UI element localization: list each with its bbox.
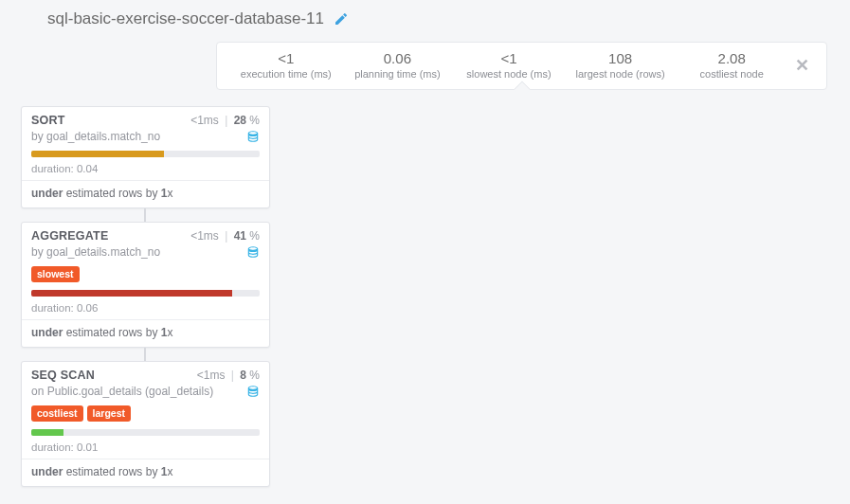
est-suffix: x: [167, 187, 172, 200]
tree-connector: [144, 208, 146, 222]
node-timing: <1ms | 8 %: [197, 369, 260, 382]
node-tags: costliest largest: [22, 404, 269, 427]
tag-costliest: costliest: [31, 405, 83, 422]
duration-value: 0.01: [77, 441, 98, 453]
node-detail: by goal_details.match_no: [22, 129, 269, 149]
duration-row: duration: 0.04: [22, 161, 269, 181]
stat-label: costliest node: [676, 68, 787, 80]
node-percent: 41: [234, 229, 246, 243]
stat-slowest-node: <1 slowest node (ms): [453, 50, 565, 80]
node-percent: 28: [234, 114, 246, 127]
tag-slowest: slowest: [31, 266, 80, 282]
node-time: <1: [190, 114, 204, 127]
stat-value: 0.06: [342, 50, 454, 66]
detail-text: goal_details.match_no: [46, 245, 160, 259]
node-header: SORT <1ms | 28 %: [22, 107, 269, 129]
duration-bar-fill: [31, 429, 63, 436]
database-icon[interactable]: [246, 130, 260, 143]
node-timing: <1ms | 41 %: [190, 229, 260, 243]
duration-bar: [31, 290, 260, 297]
node-title: SEQ SCAN: [31, 369, 95, 382]
separator: |: [225, 229, 227, 243]
duration-bar-fill: [31, 151, 164, 157]
tag-largest: largest: [87, 405, 131, 422]
stat-label: planning time (ms): [342, 68, 454, 80]
close-icon[interactable]: ✕: [787, 55, 813, 76]
stat-planning-time: 0.06 planning time (ms): [342, 50, 454, 80]
est-suffix: x: [167, 465, 172, 478]
estimate-row: under estimated rows by 1x: [22, 181, 269, 207]
node-header: SEQ SCAN <1ms | 8 %: [22, 362, 269, 384]
detail-text: Public.goal_details (goal_details): [47, 385, 213, 398]
duration-row: duration: 0.01: [22, 440, 269, 459]
est-word: under: [31, 465, 63, 478]
stat-label: largest node (rows): [565, 68, 677, 80]
node-detail: by goal_details.match_no: [22, 244, 269, 264]
node-time-unit: ms: [204, 114, 219, 127]
duration-value: 0.04: [77, 163, 98, 174]
duration-value: 0.06: [77, 302, 98, 314]
node-title: AGGREGATE: [31, 229, 108, 243]
separator: |: [231, 369, 234, 382]
stats-bar: <1 execution time (ms) 0.06 planning tim…: [216, 42, 827, 90]
duration-bar: [31, 151, 260, 157]
plan-tree: SORT <1ms | 28 % by goal_details.match_n…: [21, 106, 270, 487]
stat-costliest-node: 2.08 costliest node: [676, 50, 787, 80]
stat-largest-node: 108 largest node (rows): [565, 50, 677, 80]
detail-text: goal_details.match_no: [46, 130, 160, 143]
database-icon[interactable]: [246, 385, 260, 398]
page-header: sql-basic-exercise-soccer-database-11: [0, 0, 850, 34]
duration-bar: [31, 429, 260, 436]
plan-node-sort[interactable]: SORT <1ms | 28 % by goal_details.match_n…: [21, 106, 270, 208]
est-mid: estimated rows by: [63, 465, 160, 478]
detail-prefix: on: [31, 385, 44, 398]
node-tags: slowest: [22, 264, 269, 288]
database-icon[interactable]: [246, 245, 260, 259]
plan-node-seqscan[interactable]: SEQ SCAN <1ms | 8 % on Public.goal_detai…: [21, 361, 270, 487]
stat-value: <1: [230, 50, 342, 66]
stat-label: execution time (ms): [230, 68, 342, 80]
node-timing: <1ms | 28 %: [190, 114, 260, 127]
detail-prefix: by: [31, 130, 44, 143]
stat-value: <1: [453, 50, 565, 66]
est-mid: estimated rows by: [63, 326, 160, 339]
est-word: under: [31, 326, 63, 339]
est-mid: estimated rows by: [63, 187, 160, 200]
est-suffix: x: [167, 326, 172, 339]
stat-label: slowest node (ms): [453, 68, 565, 80]
node-time: <1: [190, 229, 204, 243]
edit-pen-icon[interactable]: [334, 11, 349, 27]
node-header: AGGREGATE <1ms | 41 %: [22, 223, 269, 244]
node-detail: on Public.goal_details (goal_details): [22, 384, 269, 404]
tree-connector: [144, 348, 146, 361]
stat-value: 108: [565, 50, 677, 66]
estimate-row: under estimated rows by 1x: [22, 320, 269, 347]
node-percent: 8: [240, 369, 246, 382]
node-time-unit: ms: [209, 369, 225, 382]
duration-bar-fill: [31, 290, 232, 297]
stat-execution-time: <1 execution time (ms): [230, 50, 342, 80]
detail-prefix: by: [31, 245, 44, 259]
separator: |: [225, 114, 227, 127]
stat-value: 2.08: [676, 50, 787, 66]
node-time-unit: ms: [204, 229, 219, 243]
duration-prefix: duration:: [31, 302, 77, 314]
estimate-row: under estimated rows by 1x: [22, 459, 269, 486]
plan-node-aggregate[interactable]: AGGREGATE <1ms | 41 % by goal_details.ma…: [21, 222, 270, 348]
duration-row: duration: 0.06: [22, 300, 269, 320]
node-time: <1: [197, 369, 210, 382]
duration-prefix: duration:: [31, 163, 77, 174]
node-title: SORT: [31, 114, 65, 127]
duration-prefix: duration:: [31, 441, 77, 453]
page-title: sql-basic-exercise-soccer-database-11: [47, 9, 324, 28]
est-word: under: [31, 187, 63, 200]
